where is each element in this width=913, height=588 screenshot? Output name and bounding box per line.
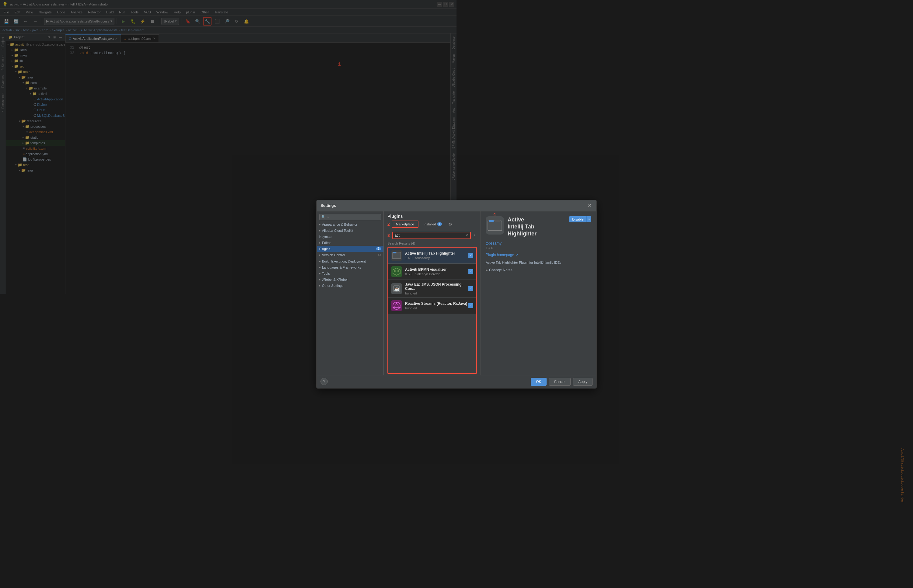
plugin-icon-bpmn — [391, 266, 402, 277]
settings-search-input[interactable] — [327, 215, 379, 219]
plugin-tab-marketplace[interactable]: Marketplace — [392, 221, 418, 228]
nav-arrow-editor: ▸ — [319, 241, 321, 244]
plugin-search-bar: 3 ✕ ⋮ — [387, 232, 456, 239]
plugin-info-tab-highlighter: Active Intellij Tab Highlighter 1.4.0 to… — [405, 251, 456, 260]
svg-rect-2 — [397, 252, 400, 254]
settings-nav: 🔍 ▸ Appearance & Behavior ▸ Alibaba Clou… — [317, 212, 384, 294]
nav-gear-vcs: ⚙ — [378, 253, 381, 257]
plugin-info-bpmn: Activiti BPMN visualizer 0.5.0 Valentyn … — [405, 267, 456, 276]
plugin-icon-javaee: ☕ — [391, 283, 402, 294]
plugin-meta-bpmn: 0.5.0 Valentyn Berezin — [405, 272, 456, 276]
plugin-item-javaee[interactable]: ☕ Java EE: JMS, JSON Processing, Con... … — [388, 280, 456, 294]
nav-item-vcs[interactable]: ▸ Version Control ⚙ — [317, 252, 384, 258]
plugin-meta-tab-highlighter: 1.4.0 tobszarny — [405, 256, 456, 260]
dialog-body: 🔍 ▸ Appearance & Behavior ▸ Alibaba Clou… — [317, 212, 456, 294]
nav-item-other[interactable]: ▸ Other Settings — [317, 283, 384, 289]
plugin-name-tab-highlighter: Active Intellij Tab Highlighter — [405, 251, 456, 255]
plugin-name-bpmn: Activiti BPMN visualizer — [405, 267, 456, 271]
modal-overlay: Settings ✕ 🔍 ▸ Appearance & Behavior ▸ A… — [0, 0, 456, 294]
nav-item-languages[interactable]: ▸ Languages & Frameworks — [317, 264, 384, 270]
svg-rect-1 — [393, 252, 396, 254]
installed-label: Installed — [424, 222, 436, 226]
plugin-search-input[interactable] — [395, 233, 456, 237]
nav-label-languages: Languages & Frameworks — [322, 266, 361, 269]
nav-label-tools: Tools — [322, 271, 330, 275]
plugins-search-area: Plugins 2 Marketplace Installed 1 ⚙ — [384, 212, 456, 294]
settings-search-icon: 🔍 — [321, 215, 325, 219]
plugin-list: Active Intellij Tab Highlighter 1.4.0 to… — [387, 247, 456, 294]
nav-label-alibaba: Alibaba Cloud Toolkit — [322, 229, 353, 233]
nav-item-editor[interactable]: ▸ Editor — [317, 240, 384, 246]
plugin-tab-installed[interactable]: Installed 1 — [420, 221, 446, 228]
plugin-info-javaee: Java EE: JMS, JSON Processing, Con... bu… — [405, 282, 456, 294]
nav-arrow-vcs: ▸ — [319, 254, 321, 257]
nav-label-plugins: Plugins — [319, 247, 330, 250]
settings-content: Plugins 2 Marketplace Installed 1 ⚙ — [384, 212, 456, 294]
nav-item-build[interactable]: ▸ Build, Execution, Deployment — [317, 258, 384, 264]
plugins-area: Plugins 2 Marketplace Installed 1 ⚙ — [384, 212, 456, 294]
plugin-search-input-wrap: ✕ — [392, 232, 456, 239]
nav-item-appearance[interactable]: ▸ Appearance & Behavior — [317, 221, 384, 228]
plugins-tabs: 2 Marketplace Installed 1 ⚙ — [387, 221, 456, 228]
nav-arrow-tools: ▸ — [319, 272, 321, 275]
nav-label-vcs: Version Control — [322, 253, 345, 257]
plugins-header: Plugins 2 Marketplace Installed 1 ⚙ — [384, 212, 456, 230]
nav-badge-plugins: 1 — [376, 247, 381, 250]
plugin-name-javaee: Java EE: JMS, JSON Processing, Con... — [405, 282, 456, 291]
nav-item-keymap[interactable]: Keymap — [317, 234, 384, 240]
nav-item-plugins[interactable]: Plugins 1 — [317, 246, 384, 252]
nav-arrow-build: ▸ — [319, 260, 321, 263]
dialog-title: Settings — [321, 203, 336, 208]
svg-point-5 — [397, 270, 399, 272]
nav-label-appearance: Appearance & Behavior — [322, 223, 357, 226]
nav-arrow-languages: ▸ — [319, 266, 321, 269]
svg-point-4 — [394, 270, 396, 272]
dialog-title-bar: Settings ✕ — [317, 200, 456, 212]
plugin-settings-btn[interactable]: ⚙ — [448, 222, 452, 227]
svg-text:☕: ☕ — [394, 286, 400, 292]
nav-label-other: Other Settings — [322, 284, 343, 288]
plugin-icon-tab-highlighter — [391, 250, 402, 261]
nav-arrow-jrebel: ▸ — [319, 278, 321, 281]
nav-item-alibaba[interactable]: ▸ Alibaba Cloud Toolkit — [317, 228, 384, 234]
installed-badge: 1 — [437, 222, 442, 226]
annotation-2: 2 — [387, 222, 390, 227]
nav-label-keymap: Keymap — [319, 235, 332, 239]
plugins-title: Plugins — [387, 214, 456, 219]
plugin-item-tab-highlighter[interactable]: Active Intellij Tab Highlighter 1.4.0 to… — [388, 248, 456, 264]
annotation-3: 3 — [387, 233, 390, 238]
settings-dialog: Settings ✕ 🔍 ▸ Appearance & Behavior ▸ A… — [317, 200, 456, 294]
plugin-meta-javaee: bundled — [405, 291, 456, 294]
nav-arrow-other: ▸ — [319, 284, 321, 287]
nav-item-jrebel[interactable]: ▸ JRebel & XRebel — [317, 276, 384, 283]
svg-marker-3 — [393, 268, 400, 275]
plugin-item-bpmn-visualizer[interactable]: Activiti BPMN visualizer 0.5.0 Valentyn … — [388, 264, 456, 280]
nav-label-jrebel: JRebel & XRebel — [322, 278, 348, 281]
settings-search-wrap: 🔍 — [319, 214, 381, 220]
nav-item-tools[interactable]: ▸ Tools — [317, 270, 384, 276]
nav-arrow-appearance: ▸ — [319, 223, 321, 226]
nav-label-build: Build, Execution, Deployment — [322, 260, 366, 263]
search-results-label: Search Results (4) — [384, 241, 456, 246]
nav-arrow-alibaba: ▸ — [319, 229, 321, 232]
nav-label-editor: Editor — [322, 241, 331, 245]
